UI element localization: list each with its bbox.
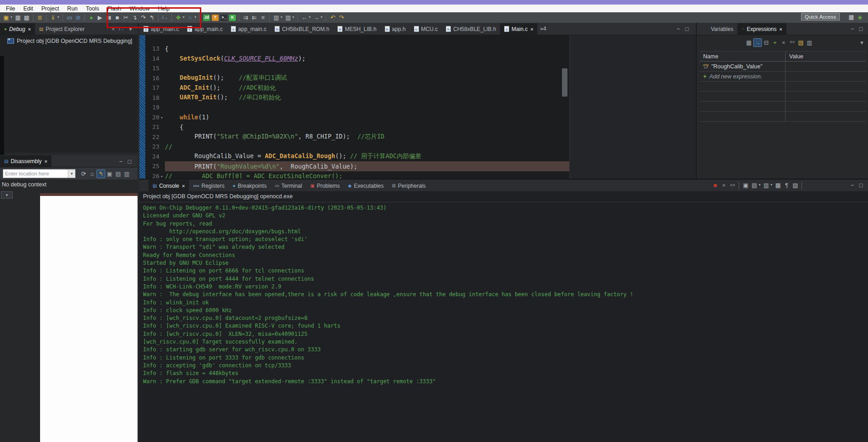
editor-scrollbar[interactable] (562, 68, 567, 97)
line-number[interactable]: 19 (145, 104, 161, 111)
save-icon[interactable]: ▦ (14, 13, 22, 22)
help-contents-icon[interactable]: ? (211, 13, 220, 22)
step-return-icon[interactable]: ↰ (148, 13, 156, 22)
debug-perspective-icon[interactable]: ◈ (856, 13, 864, 21)
location-input[interactable] (3, 170, 68, 178)
shift-right-icon[interactable]: ⇉ (241, 13, 250, 22)
console-output[interactable]: Open On-Chip Debugger 0.11.0+dev-02415-g… (143, 205, 633, 386)
sync-active-context-icon[interactable]: ↰ (97, 170, 105, 178)
last-edit-location-icon[interactable]: ▥ (272, 13, 281, 22)
debug-config-icon[interactable]: ❖ (174, 13, 183, 22)
menu-project[interactable]: Project (37, 5, 63, 12)
line-number[interactable]: 22 (145, 134, 161, 140)
window-titlebar[interactable] (0, 0, 868, 5)
line-number[interactable]: 15 (145, 65, 161, 72)
home-icon[interactable]: ⌂ (88, 170, 97, 178)
editor-tab-app-main-c[interactable]: capp_main.c (183, 23, 227, 35)
line-number[interactable]: 25 (145, 163, 161, 170)
close-icon[interactable]: × (531, 26, 533, 32)
shift-left-icon[interactable]: ⇇ (250, 13, 259, 22)
add-expression-row[interactable]: +Add new expression. (700, 72, 866, 82)
debug-tree[interactable]: Project obj [GDB OpenOCD MRS Debugging] (0, 35, 138, 153)
line-marker-icon[interactable]: ● (161, 175, 165, 178)
view-menu-icon[interactable]: ▾ (858, 38, 866, 47)
debug-launch-tree-item[interactable]: Project obj [GDB OpenOCD MRS Debugging] (7, 38, 133, 44)
line-number[interactable]: 26 (145, 173, 161, 179)
minimize-icon[interactable]: − (848, 25, 857, 33)
show-view-icon[interactable]: ▭ (65, 13, 74, 22)
remove-expression-icon[interactable]: × (779, 38, 788, 47)
add-expression-icon[interactable]: + (771, 38, 779, 47)
minimize-icon[interactable]: − (117, 157, 125, 166)
open-console-caret-icon[interactable]: ▾ (759, 183, 761, 190)
collapsed-dropdown[interactable]: ▼ (1, 191, 13, 199)
open-console-icon[interactable]: ▤ (750, 181, 759, 190)
tab-overflow-indicator[interactable]: »4 (540, 26, 546, 32)
k-tool-icon[interactable]: K (228, 13, 237, 22)
expression-row[interactable]: x+y=?"RoughCalib_Value" (700, 62, 866, 72)
view-tab-disassembly[interactable]: ▤Disassembly× (0, 155, 51, 167)
display-selected-console-icon[interactable]: ▥ (762, 181, 771, 190)
next-edit-location-caret-icon[interactable]: ▾ (292, 15, 294, 22)
maximize-icon[interactable]: □ (857, 25, 865, 33)
console-tab-terminal[interactable]: ▭Terminal (271, 180, 306, 191)
scroll-lock-icon[interactable]: ▦ (774, 181, 782, 190)
console-tab-console[interactable]: ▤Console× (148, 180, 189, 191)
last-edit-location-caret-icon[interactable]: ▾ (281, 15, 282, 22)
menu-tools[interactable]: Tools (82, 5, 103, 12)
back-caret-icon[interactable]: ▾ (309, 15, 311, 22)
refresh-icon[interactable]: ⟳ (79, 170, 88, 178)
minimize-icon[interactable]: − (674, 25, 683, 33)
track-expression-icon[interactable]: ▤ (114, 170, 123, 178)
view-tab-expressions[interactable]: ··Expressions× (737, 23, 786, 35)
instruction-stepping-icon[interactable]: i→ (161, 13, 169, 22)
editor-tab-ch58xble-rom-h[interactable]: hCH58xBLE_ROM.h (271, 23, 333, 35)
expression-name-cell[interactable]: x+y=?"RoughCalib_Value" (700, 62, 786, 71)
console-tab-problems[interactable]: ▣Problems (306, 180, 344, 191)
line-number[interactable]: 20 (145, 114, 161, 121)
step-into-icon[interactable]: ↴ (130, 13, 139, 22)
menu-window[interactable]: Window (125, 5, 153, 12)
editor-tab-app-h[interactable]: happ.h (381, 23, 410, 35)
next-edit-location-icon[interactable]: ▥ (284, 13, 292, 22)
undo-icon[interactable]: ↶ (328, 13, 337, 22)
console-tab-peripherals[interactable]: ⊞Peripherals (388, 180, 429, 191)
save-all-icon[interactable]: ▩ (22, 13, 31, 22)
line-number[interactable]: 18 (145, 94, 161, 101)
console-tab-breakpoints[interactable]: ●Breakpoints (229, 180, 271, 191)
forward-icon[interactable]: → (312, 13, 321, 22)
quick-access-button[interactable]: Quick Access (801, 13, 840, 21)
console-tab-registers[interactable]: 1010Registers (189, 180, 229, 191)
terminate-icon[interactable]: ■ (113, 13, 122, 22)
terminate-icon[interactable]: ■ (711, 181, 720, 190)
editor-tab-mesh-lib-h[interactable]: hMESH_LIB.h (333, 23, 380, 35)
line-marker-icon[interactable]: ● (161, 116, 165, 119)
debug-launch-icon[interactable]: ● (87, 13, 96, 22)
line-number[interactable]: 17 (145, 84, 161, 91)
suspend-icon[interactable]: ▮▮ (104, 13, 113, 22)
close-icon[interactable]: × (182, 183, 184, 189)
no-entry-icon[interactable]: ⊘ (74, 13, 82, 22)
editor-code-area[interactable]: 13{14 SetSysClock(CLK_SOURCE_PLL_60MHz);… (139, 35, 569, 179)
paste-watch-icon[interactable]: ▤ (797, 38, 805, 47)
resume-icon[interactable]: ▶ (96, 13, 104, 22)
line-number[interactable]: 14 (145, 55, 161, 62)
build-icon[interactable]: ≣ (36, 13, 44, 22)
format-icon[interactable]: ≡ (259, 13, 267, 22)
maximize-icon[interactable]: □ (683, 25, 691, 33)
step-over-icon[interactable]: ↷ (139, 13, 148, 22)
remove-launch-icon[interactable]: × (720, 181, 728, 190)
show-type-names-icon[interactable]: ▦ (745, 38, 753, 47)
editor-tab-main-c[interactable]: cMain.c× (500, 23, 537, 35)
new-wizard-icon[interactable]: ▣ (2, 13, 10, 22)
close-icon[interactable]: × (44, 159, 47, 164)
terminal-view-icon[interactable]: >_ (220, 13, 228, 22)
view-menu-icon[interactable]: ▾ (126, 25, 135, 33)
expression-name-cell[interactable]: +Add new expression. (700, 72, 786, 81)
edit-watch-icon[interactable]: ▥ (805, 38, 814, 47)
instruction-step-toggle-icon[interactable]: i→ (117, 25, 126, 33)
editor-tab-ch58xble-lib-h[interactable]: hCH58xBLE_LIB.h (442, 23, 500, 35)
remove-all-terminated-icon[interactable]: × (109, 25, 117, 33)
editor-tab-mcu-c[interactable]: cMCU.c (410, 23, 442, 35)
redo-icon[interactable]: ↷ (337, 13, 346, 22)
